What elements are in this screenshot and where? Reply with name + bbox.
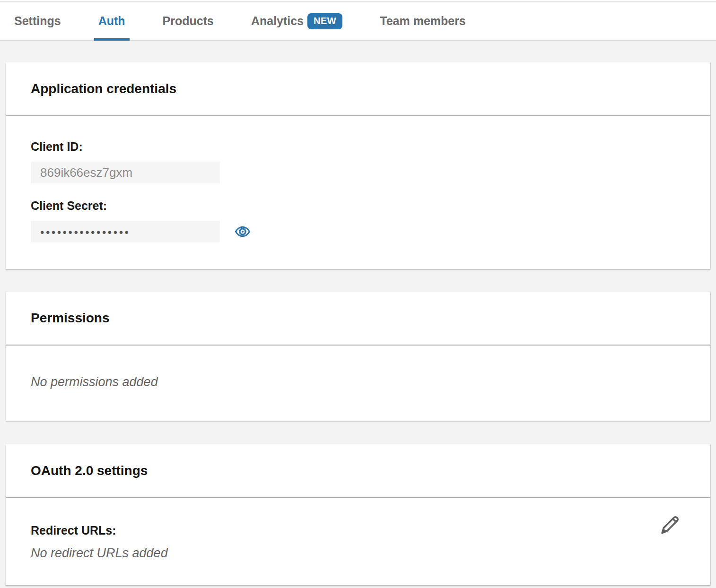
permissions-card: Permissions No permissions added xyxy=(6,292,710,421)
permissions-title: Permissions xyxy=(31,311,110,326)
client-id-value: 869ik66esz7gxm xyxy=(40,165,132,180)
edit-redirect-urls-button[interactable] xyxy=(659,513,681,536)
permissions-empty-text: No permissions added xyxy=(31,375,710,389)
tab-products[interactable]: Products xyxy=(158,2,218,40)
tab-team-members[interactable]: Team members xyxy=(375,2,470,40)
application-credentials-card: Application credentials Client ID: 869ik… xyxy=(6,62,710,269)
oauth-settings-card: OAuth 2.0 settings Redirect URLs: No red… xyxy=(6,444,710,585)
reveal-secret-button[interactable] xyxy=(234,223,251,240)
new-badge: NEW xyxy=(307,13,342,29)
client-secret-row: •••••••••••••••• xyxy=(31,221,710,242)
tab-analytics[interactable]: Analytics NEW xyxy=(247,2,347,40)
eye-icon xyxy=(234,223,251,240)
active-tab-underline xyxy=(94,38,130,41)
client-id-field[interactable]: 869ik66esz7gxm xyxy=(31,162,220,183)
client-secret-field[interactable]: •••••••••••••••• xyxy=(31,221,220,242)
tab-auth-label: Auth xyxy=(98,14,125,28)
client-secret-label: Client Secret: xyxy=(31,199,710,213)
application-credentials-title: Application credentials xyxy=(31,81,176,96)
tab-products-label: Products xyxy=(163,14,214,28)
tab-team-members-label: Team members xyxy=(380,14,466,28)
client-id-label: Client ID: xyxy=(31,140,710,154)
application-credentials-body: Client ID: 869ik66esz7gxm Client Secret:… xyxy=(6,116,710,269)
oauth-settings-body: Redirect URLs: No redirect URLs added xyxy=(6,498,710,585)
app-tab-bar: Settings Auth Products Analytics NEW Tea… xyxy=(0,2,716,41)
tab-auth[interactable]: Auth xyxy=(94,2,130,40)
redirect-urls-label: Redirect URLs: xyxy=(31,524,681,537)
pencil-icon xyxy=(659,513,681,536)
permissions-body: No permissions added xyxy=(6,346,710,421)
oauth-settings-header: OAuth 2.0 settings xyxy=(6,444,710,498)
permissions-header: Permissions xyxy=(6,292,710,346)
tab-analytics-label: Analytics xyxy=(251,14,304,28)
application-credentials-header: Application credentials xyxy=(6,62,710,116)
oauth-settings-title: OAuth 2.0 settings xyxy=(31,463,148,478)
tab-settings[interactable]: Settings xyxy=(10,2,65,40)
client-secret-masked-value: •••••••••••••••• xyxy=(40,224,130,239)
tab-settings-label: Settings xyxy=(14,14,61,28)
redirect-urls-empty-text: No redirect URLs added xyxy=(31,546,681,561)
